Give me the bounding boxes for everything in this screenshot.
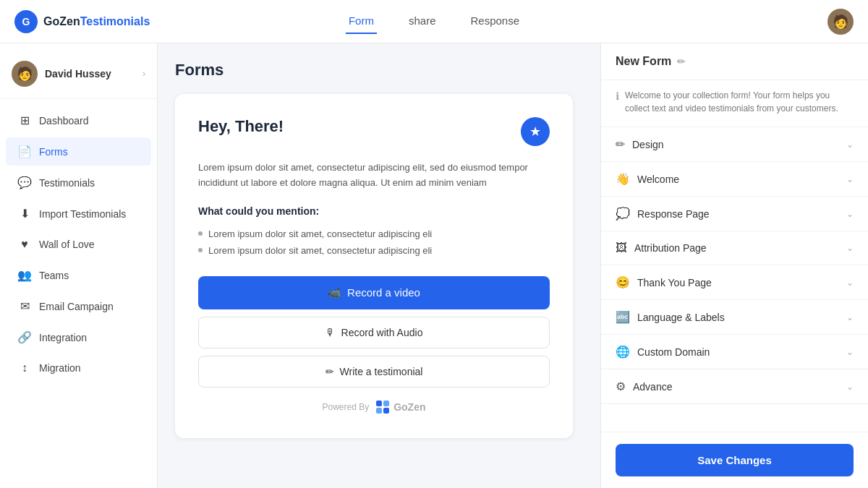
sidebar-label-dashboard: Dashboard [39, 115, 89, 127]
accordion-custom-domain: 🌐 Custom Domain ⌄ [601, 335, 868, 369]
form-info-text: Welcome to your collection form! Your fo… [625, 89, 854, 115]
accordion-language-labels-header[interactable]: 🔤 Language & Labels ⌄ [601, 300, 868, 334]
sidebar-label-integration: Integration [39, 332, 87, 343]
wall-of-love-icon: ♥ [17, 238, 32, 251]
form-card-header: Hey, There! ★ [198, 117, 550, 146]
chevron-right-icon: › [142, 69, 145, 79]
sidebar-item-integration[interactable]: 🔗 Integration [6, 323, 151, 351]
sidebar-item-forms[interactable]: 📄 Forms [6, 137, 151, 166]
write-testimonial-button[interactable]: ✏ Write a testimonial [198, 356, 550, 388]
accordion-response-page-left: 💭 Response Page [616, 207, 710, 221]
tab-share[interactable]: share [406, 9, 439, 34]
svg-rect-0 [376, 401, 382, 406]
record-video-label: Record a video [347, 286, 420, 299]
sidebar: 🧑 David Hussey › ⊞ Dashboard 📄 Forms 💬 T… [0, 43, 158, 488]
sidebar-item-testimonials[interactable]: 💬 Testimonials [6, 168, 151, 197]
chevron-down-icon: ⌄ [846, 312, 854, 322]
edit-icon[interactable]: ✏ [677, 56, 686, 67]
accordion-advance-header[interactable]: ⚙ Advance ⌄ [601, 369, 868, 403]
mention-list: Lorem ipsum dolor sit amet, consectetur … [198, 226, 550, 259]
sidebar-label-forms: Forms [39, 146, 68, 158]
write-icon: ✏ [326, 366, 334, 377]
accordion-custom-domain-label: Custom Domain [637, 346, 710, 358]
save-changes-button[interactable]: Save Changes [616, 444, 854, 476]
sidebar-item-import[interactable]: ⬇ Import Testimonials [6, 200, 151, 228]
avatar: 🧑 [827, 9, 854, 35]
gozen-brand-logo: GoZen [375, 399, 425, 415]
accordion-design-label: Design [632, 139, 664, 150]
svg-rect-3 [383, 408, 389, 414]
sidebar-item-wall-of-love[interactable]: ♥ Wall of Love [6, 231, 151, 258]
accordion-language-labels-left: 🔤 Language & Labels [616, 310, 725, 324]
right-panel-header: New Form ✏ [601, 43, 868, 80]
sidebar-item-email-campaign[interactable]: ✉ Email Campaign [6, 292, 151, 320]
accordion-thank-you-page: 😊 Thank You Page ⌄ [601, 265, 868, 300]
sidebar-item-teams[interactable]: 👥 Teams [6, 261, 151, 289]
form-description: Lorem ipsum dolor sit amet, consectetur … [198, 160, 550, 191]
gozen-logo-svg [375, 399, 391, 415]
accordion-welcome-left: 👋 Welcome [616, 172, 679, 186]
accordion-design: ✏ Design ⌄ [601, 127, 868, 162]
right-panel: New Form ✏ ℹ Welcome to your collection … [600, 43, 868, 488]
accordion-thank-you-page-left: 😊 Thank You Page [616, 275, 712, 289]
sidebar-avatar: 🧑 [12, 61, 38, 87]
sidebar-label-teams: Teams [39, 270, 69, 281]
sidebar-user-name: David Hussey [45, 68, 135, 80]
accordion-language-labels: 🔤 Language & Labels ⌄ [601, 300, 868, 335]
accordion-response-page: 💭 Response Page ⌄ [601, 197, 868, 231]
chevron-down-icon: ⌄ [846, 243, 854, 253]
integration-icon: 🔗 [17, 330, 32, 344]
accordion-thank-you-page-label: Thank You Page [637, 277, 712, 288]
form-info-row: ℹ Welcome to your collection form! Your … [601, 80, 868, 127]
user-avatar-area[interactable]: 🧑 [827, 9, 854, 35]
accordion-design-header[interactable]: ✏ Design ⌄ [601, 127, 868, 161]
powered-by: Powered By GoZen [198, 399, 550, 415]
video-icon: 📹 [328, 286, 341, 299]
thank-you-page-icon: 😊 [616, 275, 630, 289]
content-area: Forms Hey, There! ★ Lorem ipsum dolor si… [158, 43, 600, 488]
chevron-down-icon: ⌄ [846, 174, 854, 184]
main-layout: 🧑 David Hussey › ⊞ Dashboard 📄 Forms 💬 T… [0, 43, 868, 488]
accordion-advance-label: Advance [633, 381, 672, 393]
accordion-thank-you-page-header[interactable]: 😊 Thank You Page ⌄ [601, 265, 868, 299]
user-row[interactable]: 🧑 David Hussey › [0, 55, 157, 99]
powered-by-label: Powered By [322, 402, 369, 412]
accordion-language-labels-label: Language & Labels [637, 312, 725, 323]
custom-domain-icon: 🌐 [616, 345, 630, 359]
list-item: Lorem ipsum dolor sit amet, consectetur … [198, 242, 550, 259]
accordion-design-left: ✏ Design [616, 137, 664, 151]
tab-form[interactable]: Form [346, 9, 377, 34]
new-form-title: New Form [616, 55, 671, 68]
record-video-button[interactable]: 📹 Record a video [198, 276, 550, 309]
record-audio-label: Record with Audio [341, 327, 423, 338]
sidebar-item-dashboard[interactable]: ⊞ Dashboard [6, 106, 151, 134]
write-label: Write a testimonial [340, 366, 423, 377]
testimonials-icon: 💬 [17, 176, 32, 189]
nav-tabs: Form share Response [346, 9, 522, 34]
gozen-logo-icon: G [14, 10, 38, 33]
accordion-welcome: 👋 Welcome ⌄ [601, 162, 868, 197]
migration-icon: ↕ [17, 361, 32, 374]
logo-text: GoZenTestimonials [43, 15, 150, 28]
chevron-down-icon: ⌄ [846, 347, 854, 357]
record-audio-button[interactable]: 🎙 Record with Audio [198, 317, 550, 348]
accordion-attribution-page-label: Attribution Page [634, 242, 707, 254]
sidebar-label-import: Import Testimonials [39, 208, 126, 220]
accordion-response-page-header[interactable]: 💭 Response Page ⌄ [601, 197, 868, 231]
list-item: Lorem ipsum dolor sit amet, consectetur … [198, 226, 550, 242]
tab-response[interactable]: Response [467, 9, 522, 34]
email-icon: ✉ [17, 299, 32, 313]
forms-icon: 📄 [17, 145, 32, 158]
chevron-down-icon: ⌄ [846, 382, 854, 392]
accordion-attribution-page-left: 🖼 Attribution Page [616, 241, 707, 254]
accordion-custom-domain-header[interactable]: 🌐 Custom Domain ⌄ [601, 335, 868, 369]
accordion-welcome-header[interactable]: 👋 Welcome ⌄ [601, 162, 868, 196]
sidebar-item-migration[interactable]: ↕ Migration [6, 354, 151, 382]
gozen-brand-name: GoZen [393, 401, 425, 413]
accordion-custom-domain-left: 🌐 Custom Domain [616, 345, 710, 359]
topnav: G GoZenTestimonials Form share Response … [0, 0, 868, 43]
chevron-down-icon: ⌄ [846, 140, 854, 150]
accordion-attribution-page-header[interactable]: 🖼 Attribution Page ⌄ [601, 231, 868, 265]
chevron-down-icon: ⌄ [846, 278, 854, 288]
form-preview-card: Hey, There! ★ Lorem ipsum dolor sit amet… [175, 94, 573, 438]
